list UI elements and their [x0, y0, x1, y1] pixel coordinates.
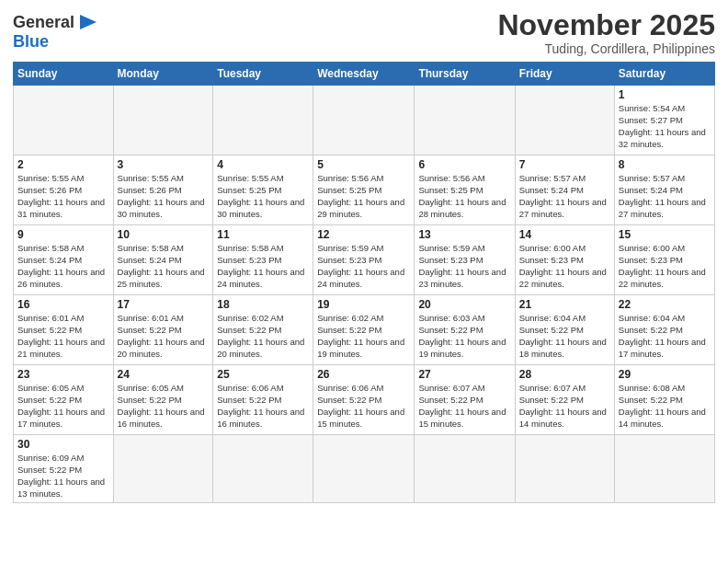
table-row: 15Sunrise: 6:00 AM Sunset: 5:23 PM Dayli… [614, 225, 714, 295]
day-number: 5 [317, 158, 410, 171]
table-row: 18Sunrise: 6:02 AM Sunset: 5:22 PM Dayli… [213, 295, 313, 365]
day-number: 29 [619, 368, 711, 381]
day-info: Sunrise: 6:08 AM Sunset: 5:22 PM Dayligh… [619, 383, 711, 430]
table-row: 8Sunrise: 5:57 AM Sunset: 5:24 PM Daylig… [614, 155, 714, 225]
table-row: 26Sunrise: 6:06 AM Sunset: 5:22 PM Dayli… [313, 365, 415, 435]
col-sunday: Sunday [14, 63, 114, 86]
table-row: 27Sunrise: 6:07 AM Sunset: 5:22 PM Dayli… [415, 365, 515, 435]
day-info: Sunrise: 6:04 AM Sunset: 5:22 PM Dayligh… [519, 313, 610, 360]
table-row: 3Sunrise: 5:55 AM Sunset: 5:26 PM Daylig… [113, 155, 213, 225]
table-row: 19Sunrise: 6:02 AM Sunset: 5:22 PM Dayli… [313, 295, 415, 365]
table-row: 2Sunrise: 5:55 AM Sunset: 5:26 PM Daylig… [14, 155, 114, 225]
day-number: 15 [619, 228, 711, 241]
day-number: 17 [118, 298, 210, 311]
day-info: Sunrise: 5:59 AM Sunset: 5:23 PM Dayligh… [418, 243, 510, 290]
day-number: 10 [118, 228, 210, 241]
logo-blue: Blue [13, 33, 49, 52]
day-number: 9 [17, 228, 109, 241]
day-info: Sunrise: 6:01 AM Sunset: 5:22 PM Dayligh… [17, 313, 109, 360]
table-row: 16Sunrise: 6:01 AM Sunset: 5:22 PM Dayli… [14, 295, 114, 365]
col-friday: Friday [515, 63, 614, 86]
day-number: 12 [317, 228, 410, 241]
calendar-header-row: Sunday Monday Tuesday Wednesday Thursday… [14, 63, 715, 86]
page: General Blue November 2025 Tuding, Cordi… [0, 0, 728, 512]
logo-icon [76, 13, 100, 31]
day-number: 21 [519, 298, 610, 311]
day-info: Sunrise: 5:54 AM Sunset: 5:27 PM Dayligh… [619, 103, 711, 150]
table-row [415, 86, 515, 155]
day-number: 28 [519, 368, 610, 381]
table-row [614, 435, 714, 503]
day-number: 13 [418, 228, 510, 241]
table-row: 17Sunrise: 6:01 AM Sunset: 5:22 PM Dayli… [113, 295, 213, 365]
table-row [313, 435, 415, 503]
table-row: 22Sunrise: 6:04 AM Sunset: 5:22 PM Dayli… [614, 295, 714, 365]
day-info: Sunrise: 6:02 AM Sunset: 5:22 PM Dayligh… [317, 313, 410, 360]
day-info: Sunrise: 5:56 AM Sunset: 5:25 PM Dayligh… [317, 173, 410, 220]
day-info: Sunrise: 5:57 AM Sunset: 5:24 PM Dayligh… [619, 173, 711, 220]
table-row: 21Sunrise: 6:04 AM Sunset: 5:22 PM Dayli… [515, 295, 614, 365]
table-row: 9Sunrise: 5:58 AM Sunset: 5:24 PM Daylig… [14, 225, 114, 295]
day-number: 4 [217, 158, 309, 171]
table-row [213, 86, 313, 155]
table-row: 23Sunrise: 6:05 AM Sunset: 5:22 PM Dayli… [14, 365, 114, 435]
table-row [113, 435, 213, 503]
day-info: Sunrise: 6:01 AM Sunset: 5:22 PM Dayligh… [118, 313, 210, 360]
table-row: 13Sunrise: 5:59 AM Sunset: 5:23 PM Dayli… [415, 225, 515, 295]
day-info: Sunrise: 5:55 AM Sunset: 5:25 PM Dayligh… [217, 173, 309, 220]
day-number: 20 [418, 298, 510, 311]
day-info: Sunrise: 6:07 AM Sunset: 5:22 PM Dayligh… [418, 383, 510, 430]
table-row [515, 435, 614, 503]
col-monday: Monday [113, 63, 213, 86]
day-number: 18 [217, 298, 309, 311]
col-wednesday: Wednesday [313, 63, 415, 86]
day-number: 16 [17, 298, 109, 311]
col-saturday: Saturday [614, 63, 714, 86]
calendar: Sunday Monday Tuesday Wednesday Thursday… [13, 62, 715, 503]
day-number: 23 [17, 368, 109, 381]
day-info: Sunrise: 6:05 AM Sunset: 5:22 PM Dayligh… [118, 383, 210, 430]
table-row: 6Sunrise: 5:56 AM Sunset: 5:25 PM Daylig… [415, 155, 515, 225]
day-info: Sunrise: 6:04 AM Sunset: 5:22 PM Dayligh… [619, 313, 711, 360]
day-info: Sunrise: 6:09 AM Sunset: 5:22 PM Dayligh… [17, 453, 109, 500]
day-info: Sunrise: 5:58 AM Sunset: 5:24 PM Dayligh… [118, 243, 210, 290]
day-info: Sunrise: 6:02 AM Sunset: 5:22 PM Dayligh… [217, 313, 309, 360]
month-title: November 2025 [497, 9, 715, 41]
svg-marker-0 [80, 15, 97, 29]
day-info: Sunrise: 6:06 AM Sunset: 5:22 PM Dayligh… [317, 383, 410, 430]
table-row: 5Sunrise: 5:56 AM Sunset: 5:25 PM Daylig… [313, 155, 415, 225]
day-info: Sunrise: 5:55 AM Sunset: 5:26 PM Dayligh… [118, 173, 210, 220]
day-info: Sunrise: 5:56 AM Sunset: 5:25 PM Dayligh… [418, 173, 510, 220]
day-number: 26 [317, 368, 410, 381]
day-number: 25 [217, 368, 309, 381]
location: Tuding, Cordillera, Philippines [497, 41, 715, 56]
table-row [14, 86, 114, 155]
day-number: 7 [519, 158, 610, 171]
table-row: 28Sunrise: 6:07 AM Sunset: 5:22 PM Dayli… [515, 365, 614, 435]
day-number: 6 [418, 158, 510, 171]
day-number: 11 [217, 228, 309, 241]
table-row: 4Sunrise: 5:55 AM Sunset: 5:25 PM Daylig… [213, 155, 313, 225]
day-number: 8 [619, 158, 711, 171]
day-info: Sunrise: 5:59 AM Sunset: 5:23 PM Dayligh… [317, 243, 410, 290]
day-number: 14 [519, 228, 610, 241]
table-row [113, 86, 213, 155]
table-row: 25Sunrise: 6:06 AM Sunset: 5:22 PM Dayli… [213, 365, 313, 435]
day-number: 19 [317, 298, 410, 311]
day-info: Sunrise: 6:05 AM Sunset: 5:22 PM Dayligh… [17, 383, 109, 430]
table-row: 14Sunrise: 6:00 AM Sunset: 5:23 PM Dayli… [515, 225, 614, 295]
col-thursday: Thursday [415, 63, 515, 86]
day-info: Sunrise: 6:00 AM Sunset: 5:23 PM Dayligh… [519, 243, 610, 290]
table-row: 7Sunrise: 5:57 AM Sunset: 5:24 PM Daylig… [515, 155, 614, 225]
day-info: Sunrise: 6:03 AM Sunset: 5:22 PM Dayligh… [418, 313, 510, 360]
day-number: 30 [17, 438, 109, 451]
table-row: 30Sunrise: 6:09 AM Sunset: 5:22 PM Dayli… [14, 435, 114, 503]
title-area: November 2025 Tuding, Cordillera, Philip… [497, 9, 715, 56]
day-number: 2 [17, 158, 109, 171]
day-info: Sunrise: 6:07 AM Sunset: 5:22 PM Dayligh… [519, 383, 610, 430]
header: General Blue November 2025 Tuding, Cordi… [13, 9, 715, 56]
table-row: 20Sunrise: 6:03 AM Sunset: 5:22 PM Dayli… [415, 295, 515, 365]
day-info: Sunrise: 5:57 AM Sunset: 5:24 PM Dayligh… [519, 173, 610, 220]
table-row: 24Sunrise: 6:05 AM Sunset: 5:22 PM Dayli… [113, 365, 213, 435]
table-row [415, 435, 515, 503]
